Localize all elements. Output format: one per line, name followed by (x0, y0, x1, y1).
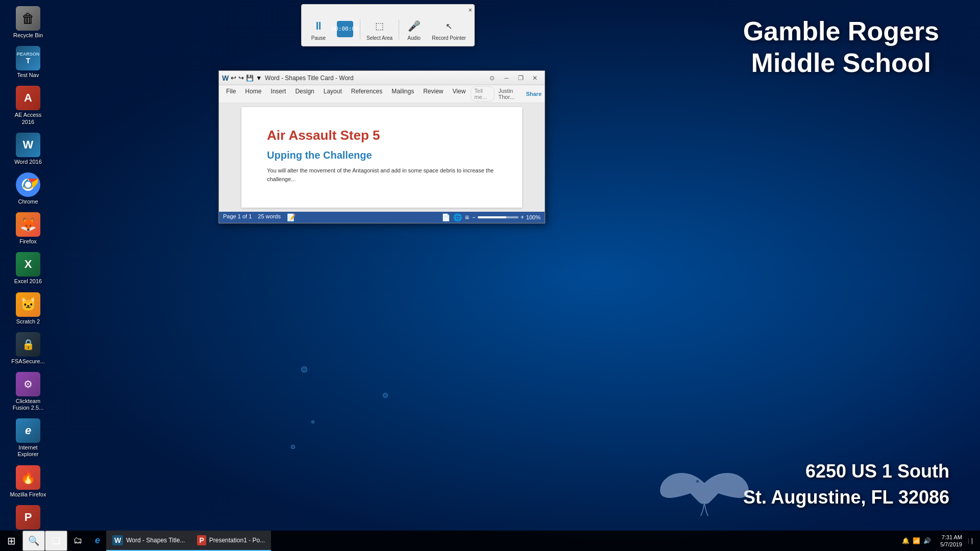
save-icon[interactable]: 💾 (246, 74, 254, 82)
desktop-icon-recycle-bin[interactable]: 🗑 Recycle Bin (8, 4, 48, 41)
taskbar-clock[interactable]: 7:31 AM 5/7/2019 (936, 534, 966, 548)
access-label: AE Access 2016 (10, 112, 46, 125)
select-area-icon: ⬚ (372, 18, 388, 34)
desktop-icon-mozilla[interactable]: 🔥 Mozilla Firefox (8, 463, 48, 500)
view-web-icon[interactable]: 🌐 (453, 213, 462, 221)
word-title-left: W ↩ ↪ 💾 ▼ Word - Shapes Title Card - Wor… (222, 74, 354, 82)
testnav-label: Test Nav (17, 72, 39, 79)
word-window-title: Word - Shapes Title Card - Word (265, 74, 354, 82)
search-circle-button[interactable]: ⊙ (485, 73, 499, 83)
document-heading1: Air Assault Step 5 (267, 128, 497, 143)
pause-button[interactable]: ⏸ Pause (306, 16, 331, 43)
volume-icon: 🔊 (923, 537, 931, 544)
menu-insert[interactable]: Insert (266, 86, 290, 102)
zoom-out-button[interactable]: − (472, 214, 476, 221)
undo-icon[interactable]: ↩ (231, 74, 236, 82)
tell-me-input[interactable]: Tell me... (471, 86, 494, 102)
word-count: 25 words (258, 213, 281, 221)
taskbar-apps: 🗂 e W Word - Shapes Title... P Presentat… (67, 531, 899, 551)
word-page[interactable]: Air Assault Step 5 Upping the Challenge … (241, 107, 522, 208)
recording-toolbar-close[interactable]: × (469, 7, 472, 14)
start-button[interactable]: ⊞ (0, 531, 22, 551)
share-button[interactable]: Share (526, 91, 542, 97)
word-document: Air Assault Step 5 Upping the Challenge … (219, 103, 545, 212)
word-taskbar-icon: W (112, 535, 123, 545)
desktop-icon-ie[interactable]: e Internet Explorer (8, 416, 48, 460)
minimize-button[interactable]: ─ (500, 73, 513, 83)
word-app-icon: W (222, 74, 229, 82)
audio-button[interactable]: 🎤 Audio (401, 16, 427, 43)
zoom-slider[interactable] (478, 216, 519, 218)
redo-icon[interactable]: ↪ (238, 74, 244, 82)
recording-toolbar: × ⏸ Pause 00:00:00 ⬚ Select Area 🎤 Audio… (301, 4, 475, 46)
fsa-icon: 🔒 (16, 332, 40, 357)
zoom-control: − + 100% (472, 214, 541, 221)
audio-label: Audio (407, 35, 421, 41)
zoom-track (478, 216, 506, 218)
access-icon: A (16, 86, 40, 110)
taskbar-powerpoint[interactable]: P Presentation1 - Po... (191, 531, 271, 551)
zoom-in-button[interactable]: + (521, 214, 524, 221)
close-button[interactable]: ✕ (528, 73, 542, 83)
menu-view[interactable]: View (449, 86, 470, 102)
taskbar-system-icons: 🔔 📶 🔊 (899, 537, 934, 544)
search-button[interactable]: 🔍 (22, 531, 45, 551)
desktop-icon-access[interactable]: A AE Access 2016 (8, 84, 48, 127)
recording-toolbar-buttons: ⏸ Pause 00:00:00 ⬚ Select Area 🎤 Audio ↖… (304, 15, 472, 44)
recycle-bin-icon: 🗑 (16, 6, 40, 31)
excel-icon: X (16, 252, 40, 277)
desktop-icon-firefox[interactable]: 🦊 Firefox (8, 210, 48, 247)
task-view-icon: ❑ (52, 535, 60, 546)
toolbar-title-bar: × (304, 7, 472, 14)
customize-icon[interactable]: ▼ (256, 74, 262, 82)
edge-icon: e (95, 535, 100, 546)
macro-icon: 📝 (287, 213, 296, 221)
word-menu-bar: File Home Insert Design Layout Reference… (219, 85, 545, 103)
menu-design[interactable]: Design (291, 86, 318, 102)
word-taskbar-label: Word - Shapes Title... (126, 537, 185, 544)
document-body: You will alter the movement of the Antag… (267, 166, 497, 183)
recycle-bin-label: Recycle Bin (13, 32, 43, 39)
toolbar-divider-2 (399, 19, 399, 40)
view-print-icon[interactable]: 📄 (442, 213, 450, 221)
task-view-button[interactable]: ❑ (45, 531, 67, 551)
desktop-icon-excel[interactable]: X Excel 2016 (8, 250, 48, 287)
record-pointer-button[interactable]: ↖ Record Pointer (428, 16, 470, 43)
file-explorer-icon: 🗂 (74, 535, 83, 546)
search-icon: 🔍 (28, 535, 39, 546)
desktop-icon-scratch[interactable]: 🐱 Scratch 2 (8, 290, 48, 327)
taskbar-word[interactable]: W Word - Shapes Title... (106, 531, 191, 551)
menu-review[interactable]: Review (419, 86, 447, 102)
time-display: 7:31 AM (940, 534, 962, 541)
user-account[interactable]: Justin Thor... (499, 88, 522, 100)
desktop-icon-clickteam[interactable]: ⚙ Clickteam Fusion 2.5... (8, 370, 48, 413)
restore-button[interactable]: ❐ (514, 73, 527, 83)
menu-references[interactable]: References (347, 86, 386, 102)
desktop-icon-word[interactable]: W Word 2016 (8, 131, 48, 167)
school-mascot (658, 429, 750, 520)
word-window: W ↩ ↪ 💾 ▼ Word - Shapes Title Card - Wor… (218, 70, 545, 223)
word-label: Word 2016 (14, 159, 42, 165)
clickteam-label: Clickteam Fusion 2.5... (10, 398, 46, 411)
powerpoint-taskbar-icon: P (197, 535, 206, 545)
word-statusbar: Page 1 of 1 25 words 📝 📄 🌐 ≡ − + 100% (219, 212, 545, 223)
view-outline-icon[interactable]: ≡ (465, 213, 469, 221)
show-desktop-button[interactable]: ▏ (968, 538, 976, 544)
menu-layout[interactable]: Layout (320, 86, 346, 102)
scratch-icon: 🐱 (16, 292, 40, 317)
select-area-button[interactable]: ⬚ Select Area (362, 16, 397, 43)
taskbar-edge[interactable]: e (89, 531, 106, 551)
clickteam-icon: ⚙ (16, 372, 40, 396)
menu-file[interactable]: File (222, 86, 240, 102)
taskbar-file-explorer[interactable]: 🗂 (67, 531, 89, 551)
menu-mailings[interactable]: Mailings (387, 86, 418, 102)
menu-home[interactable]: Home (241, 86, 265, 102)
desktop-icon-fsa[interactable]: 🔒 FSASecure... (8, 330, 48, 367)
word-title-icons: W ↩ ↪ 💾 ▼ (222, 74, 262, 82)
desktop-icon-chrome[interactable]: Chrome (8, 170, 48, 207)
pause-label: Pause (311, 35, 326, 41)
firefox-label: Firefox (19, 238, 37, 245)
record-pointer-label: Record Pointer (432, 35, 466, 41)
taskbar-system: 🔔 📶 🔊 7:31 AM 5/7/2019 ▏ (899, 534, 980, 548)
desktop-icon-testnav[interactable]: PEARSON T Test Nav (8, 44, 48, 81)
